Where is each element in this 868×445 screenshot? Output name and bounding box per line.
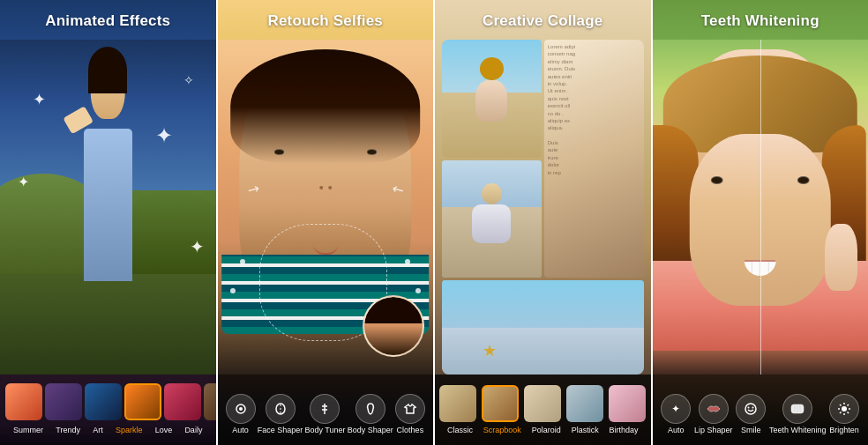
hand-gesture: [825, 224, 857, 291]
thumb-love[interactable]: [164, 383, 201, 420]
thumb-trendy[interactable]: [45, 383, 82, 420]
svg-point-1: [239, 407, 243, 411]
panel-3-thumbnail-strip: [435, 382, 651, 424]
tool-lip-shaper[interactable]: Lip Shaper: [694, 394, 733, 434]
tool-body-tuner[interactable]: Body Tuner: [304, 394, 345, 434]
body-shaper-icon: [355, 394, 385, 424]
label-birthday: Birthday: [610, 426, 639, 434]
panel-3-bottom-bar: Classic Scrapbook Polaroid Plastick Birt…: [435, 375, 651, 445]
panel-animated-effects: Animated Effects ✦ ✦ ✧ ✦ ✦: [0, 0, 216, 445]
panel-creative-collage: Creative Collage Lorem adipiconsetr nage…: [433, 0, 651, 445]
tool-teeth-whitening[interactable]: Teeth Whitening: [769, 394, 827, 434]
auto-icon-4: ✦: [661, 394, 691, 424]
svg-point-11: [842, 406, 847, 412]
scrap-star: ★: [483, 341, 497, 360]
panel-1-labels-row: Summer Trendy Art Sparkle Love Daily: [0, 424, 216, 438]
whitening-line: [760, 40, 761, 375]
panel-4-title: Teeth Whitening: [653, 12, 869, 30]
panel-2-title: Retouch Selfies: [218, 12, 434, 30]
label-art: Art: [93, 426, 103, 434]
thumb-plastick[interactable]: [566, 385, 603, 422]
teeth-whitening-icon: [782, 394, 812, 424]
label-auto-4: Auto: [668, 426, 685, 434]
eyes-2: [273, 149, 377, 155]
label-smile: Smile: [741, 426, 761, 434]
label-lip-shaper: Lip Shaper: [694, 426, 733, 434]
face-inset: [363, 295, 424, 357]
smile-icon: [736, 394, 766, 424]
panel-4-icons-row: ✦ Auto Lip Shaper Smile: [653, 390, 869, 438]
left-eye-2: [273, 149, 284, 155]
tool-face-shaper[interactable]: Face Shaper: [258, 394, 303, 434]
svg-line-16: [840, 404, 842, 406]
label-face-shaper: Face Shaper: [258, 426, 303, 434]
thumb-birthday[interactable]: [609, 385, 646, 422]
thumb-polaroid[interactable]: [524, 385, 561, 422]
panel-retouch-selfies: Retouch Selfies: [216, 0, 434, 445]
label-trendy: Trendy: [56, 426, 80, 434]
label-body-shaper: Body Shaper: [348, 426, 393, 434]
clothes-icon: [395, 394, 425, 424]
collage-grid: Lorem adipiconsetr nagelimy diameiusm. D…: [442, 40, 644, 375]
label-plastick: Plastick: [572, 426, 599, 434]
tool-body-shaper[interactable]: Body Shaper: [348, 394, 393, 434]
label-auto-2: Auto: [232, 426, 249, 434]
tool-auto-4[interactable]: ✦ Auto: [661, 394, 691, 434]
svg-line-19: [840, 412, 842, 414]
label-clothes: Clothes: [397, 426, 424, 434]
label-daily: Daily: [184, 426, 202, 434]
tool-auto-2[interactable]: Auto: [226, 394, 256, 434]
collage-cell-right: Lorem adipiconsetr nagelimy diameiusm. D…: [544, 40, 644, 278]
label-scrapbook[interactable]: Scrapbook: [483, 426, 521, 434]
svg-line-17: [848, 412, 849, 414]
collage-cell-top-left: [442, 40, 542, 158]
collage-text: Lorem adipiconsetr nagelimy diameiusm. D…: [548, 43, 640, 176]
body-tuner-icon: [310, 394, 340, 424]
panel-1-thumbnail-strip: [0, 380, 216, 424]
thumb-sparkle[interactable]: [124, 383, 161, 420]
label-polaroid: Polaroid: [532, 426, 561, 434]
auto-icon-2: [226, 394, 256, 424]
collage-cell-bottom-left: [442, 160, 542, 278]
label-summer: Summer: [13, 426, 43, 434]
tool-smile[interactable]: Smile: [736, 394, 766, 434]
label-love: Love: [155, 426, 173, 434]
hair-2: [230, 49, 420, 163]
label-teeth-whitening: Teeth Whitening: [769, 426, 827, 434]
label-classic: Classic: [447, 426, 473, 434]
panel-3-title: Creative Collage: [435, 12, 651, 30]
collage-cell-bottom: ★: [442, 280, 644, 375]
panel-2-bottom-bar: Auto Face Shaper Body Tuner: [218, 375, 434, 445]
panel-1-bottom-bar: Summer Trendy Art Sparkle Love Daily: [0, 375, 216, 445]
panel-2-face: ↗ ↖: [218, 40, 434, 375]
svg-point-4: [745, 404, 756, 414]
panel-1-title: Animated Effects: [0, 12, 216, 30]
sparkle-auto-icon: ✦: [671, 403, 680, 415]
tool-brighten[interactable]: Brighten: [829, 394, 859, 434]
svg-point-5: [748, 407, 750, 409]
panel-4-face: [653, 40, 869, 375]
panel-2-icons-row: Auto Face Shaper Body Tuner: [218, 390, 434, 438]
tool-clothes[interactable]: Clothes: [395, 394, 425, 434]
label-body-tuner: Body Tuner: [304, 426, 345, 434]
panel-4-bottom-bar: ✦ Auto Lip Shaper Smile: [653, 375, 869, 445]
brighten-icon: [829, 394, 859, 424]
label-sparkle[interactable]: Sparkle: [116, 426, 143, 434]
thumb-scrapbook[interactable]: [482, 385, 519, 422]
svg-line-18: [848, 404, 849, 406]
thumb-classic[interactable]: [439, 385, 476, 422]
nose-dots: [319, 186, 332, 189]
face-shaper-icon: [266, 394, 296, 424]
label-brighten: Brighten: [829, 426, 859, 434]
thumb-summer[interactable]: [5, 383, 42, 420]
svg-point-6: [752, 407, 754, 409]
panel-1-main-image: ✦ ✦ ✧ ✦ ✦: [0, 40, 216, 375]
panel-3-labels-row: Classic Scrapbook Polaroid Plastick Birt…: [435, 424, 651, 438]
panel-teeth-whitening: Teeth Whitening: [651, 0, 869, 445]
thumb-daily[interactable]: [204, 383, 216, 420]
right-eye-2: [366, 149, 377, 155]
thumb-art[interactable]: [85, 383, 122, 420]
lip-shaper-icon: [699, 394, 729, 424]
